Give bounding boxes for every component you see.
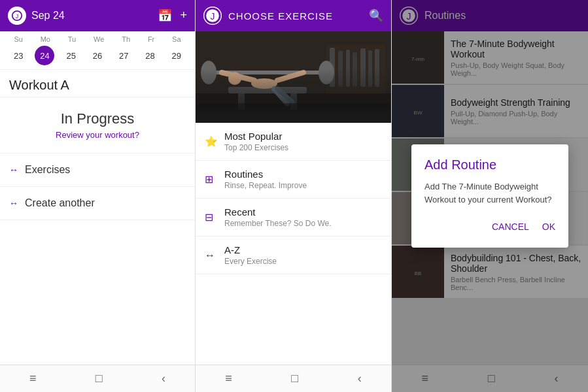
svg-point-18 bbox=[201, 61, 216, 84]
cal-day-25[interactable]: 25 bbox=[61, 46, 81, 65]
recent-icon: ⊟ bbox=[205, 211, 218, 223]
az-subtitle: Every Exercise bbox=[224, 257, 277, 266]
left-nav-home[interactable]: □ bbox=[95, 372, 103, 385]
app-logo-left: J bbox=[8, 7, 26, 25]
exercises-label: Exercises bbox=[25, 164, 70, 176]
svg-rect-17 bbox=[209, 71, 326, 74]
create-another-icon: ↔ bbox=[9, 198, 18, 208]
cal-day-23[interactable]: 23 bbox=[9, 46, 28, 65]
calendar-icon[interactable]: 📅 bbox=[158, 8, 172, 23]
exercises-menu-item[interactable]: ↔ Exercises bbox=[0, 154, 195, 187]
dialog-body: Add The 7-Minute Bodyweight Workout to y… bbox=[424, 180, 555, 206]
right-panel: J Routines 7-min The 7-Minute Bodyweight… bbox=[392, 0, 588, 392]
svg-text:J: J bbox=[211, 11, 215, 22]
calendar-days: 23 24 25 26 27 28 29 bbox=[5, 46, 190, 65]
header-date: Sep 24 bbox=[31, 10, 152, 22]
middle-panel: J CHOOSE EXERCISE 🔍 bbox=[196, 0, 392, 392]
recent-title: Recent bbox=[224, 206, 332, 218]
svg-rect-11 bbox=[360, 48, 366, 87]
exercise-hero-image bbox=[196, 31, 391, 123]
left-panel: J Sep 24 📅 + Su Mo Tu We Th Fr Sa 23 24 bbox=[0, 0, 196, 392]
svg-rect-12 bbox=[368, 50, 372, 87]
svg-rect-10 bbox=[353, 52, 357, 87]
svg-rect-8 bbox=[338, 51, 343, 87]
left-nav-menu[interactable]: ≡ bbox=[29, 372, 37, 385]
most-popular-icon: ⭐ bbox=[205, 135, 218, 148]
dialog-actions: Cancel OK bbox=[424, 219, 555, 235]
svg-rect-9 bbox=[346, 50, 350, 87]
routines-subtitle: Rinse, Repeat. Improve bbox=[224, 181, 307, 190]
left-nav-back[interactable]: ‹ bbox=[162, 372, 165, 385]
routines-title: Routines bbox=[224, 169, 307, 180]
svg-point-20 bbox=[251, 78, 277, 89]
most-popular-subtitle: Top 200 Exercises bbox=[224, 143, 288, 152]
mid-header-title: CHOOSE EXERCISE bbox=[228, 10, 362, 22]
add-icon[interactable]: + bbox=[180, 8, 187, 23]
in-progress-section: In Progress Review your workout? bbox=[0, 97, 195, 154]
cal-day-27[interactable]: 27 bbox=[114, 46, 133, 65]
az-section[interactable]: ↔ A-Z Every Exercise bbox=[196, 237, 391, 274]
routines-section[interactable]: ⊞ Routines Rinse, Repeat. Improve bbox=[196, 161, 391, 199]
svg-point-19 bbox=[319, 61, 334, 84]
workout-title: Workout A bbox=[0, 70, 195, 97]
svg-text:J: J bbox=[16, 13, 19, 20]
calendar: Su Mo Tu We Th Fr Sa 23 24 25 26 27 28 2… bbox=[0, 31, 195, 70]
cal-day-29[interactable]: 29 bbox=[167, 46, 186, 65]
left-header: J Sep 24 📅 + bbox=[0, 0, 195, 31]
header-icons: 📅 + bbox=[158, 8, 187, 23]
app-logo-mid: J bbox=[203, 7, 222, 25]
cal-day-28[interactable]: 28 bbox=[141, 46, 160, 65]
svg-rect-13 bbox=[375, 49, 379, 87]
routines-icon: ⊞ bbox=[205, 173, 218, 186]
mid-nav-menu[interactable]: ≡ bbox=[225, 372, 232, 385]
az-icon: ↔ bbox=[205, 250, 218, 261]
svg-rect-5 bbox=[196, 93, 391, 123]
create-another-label: Create another bbox=[25, 197, 95, 209]
svg-line-25 bbox=[277, 89, 292, 102]
most-popular-section[interactable]: ⭐ Most Popular Top 200 Exercises bbox=[196, 123, 391, 161]
ok-button[interactable]: OK bbox=[542, 219, 555, 235]
dialog-title: Add Routine bbox=[424, 157, 555, 172]
exercises-icon: ↔ bbox=[9, 165, 18, 175]
svg-rect-26 bbox=[196, 103, 391, 123]
recent-subtitle: Remember These? So Do We. bbox=[224, 219, 332, 228]
svg-line-23 bbox=[277, 73, 303, 80]
create-another-menu-item[interactable]: ↔ Create another bbox=[0, 187, 195, 220]
svg-line-22 bbox=[222, 73, 254, 80]
svg-rect-14 bbox=[228, 87, 307, 93]
dialog-overlay: Add Routine Add The 7-Minute Bodyweight … bbox=[392, 0, 588, 392]
recent-section[interactable]: ⊟ Recent Remember These? So Do We. bbox=[196, 199, 391, 237]
search-icon[interactable]: 🔍 bbox=[369, 8, 383, 23]
svg-point-21 bbox=[228, 72, 241, 85]
cancel-button[interactable]: Cancel bbox=[492, 219, 529, 235]
left-bottom-nav: ≡ □ ‹ bbox=[0, 365, 195, 392]
mid-header: J CHOOSE EXERCISE 🔍 bbox=[196, 0, 391, 31]
az-title: A-Z bbox=[224, 244, 277, 255]
svg-line-24 bbox=[274, 89, 287, 103]
review-link[interactable]: Review your workout? bbox=[9, 130, 186, 140]
svg-rect-16 bbox=[290, 93, 297, 110]
in-progress-label: In Progress bbox=[9, 110, 186, 127]
cal-day-24[interactable]: 24 bbox=[35, 46, 54, 65]
mid-content: ⭐ Most Popular Top 200 Exercises ⊞ Routi… bbox=[196, 31, 391, 365]
svg-rect-15 bbox=[238, 93, 245, 110]
most-popular-title: Most Popular bbox=[224, 131, 288, 142]
mid-bottom-nav: ≡ □ ‹ bbox=[196, 365, 391, 392]
cal-day-26[interactable]: 26 bbox=[88, 46, 107, 65]
add-routine-dialog: Add Routine Add The 7-Minute Bodyweight … bbox=[411, 144, 568, 248]
mid-nav-back[interactable]: ‹ bbox=[358, 372, 362, 385]
mid-nav-home[interactable]: □ bbox=[291, 372, 298, 385]
calendar-days-header: Su Mo Tu We Th Fr Sa bbox=[5, 35, 190, 43]
